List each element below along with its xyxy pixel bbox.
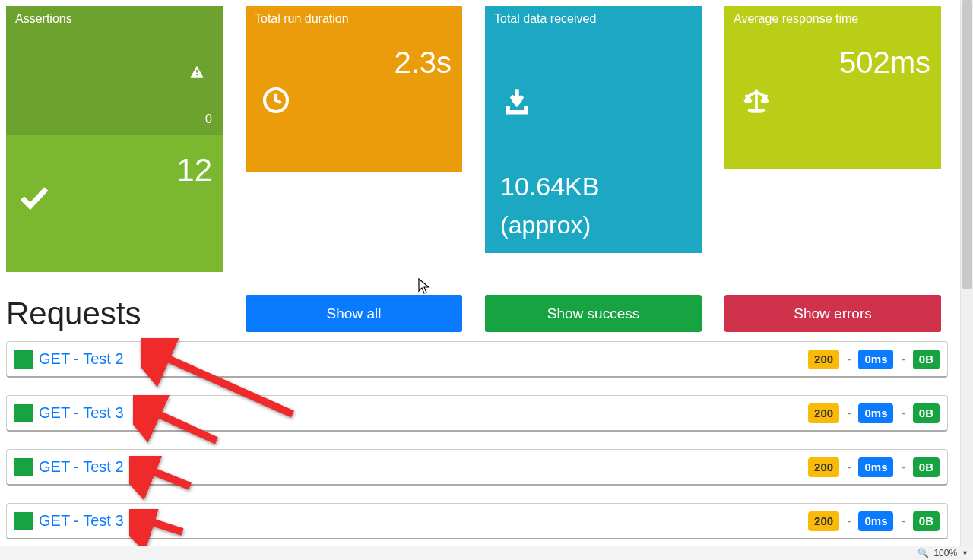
card-duration-value: 2.3s (246, 40, 462, 84)
download-icon (500, 85, 534, 119)
badge-separator: - (901, 514, 905, 528)
status-badge: 200 (808, 350, 839, 369)
time-badge: 0ms (858, 511, 893, 531)
card-data-value: 10.64KB (500, 172, 599, 201)
status-bar: 🔍 100% ▼ (0, 546, 973, 560)
request-name-link[interactable]: GET - Test 3 (39, 512, 124, 530)
badge-separator: - (901, 460, 905, 474)
status-badge: 200 (808, 457, 839, 477)
status-badge: 200 (808, 403, 839, 423)
zoom-icon: 🔍 (918, 548, 929, 558)
card-data-approx: (approx) (500, 211, 591, 239)
request-badges: 200-0ms-0B (808, 350, 940, 369)
card-avg-value: 502ms (724, 40, 941, 84)
zoom-dropdown-caret-icon[interactable]: ▼ (962, 549, 968, 557)
show-all-button[interactable]: Show all (246, 295, 462, 332)
status-square-icon (14, 350, 33, 369)
status-square-icon (14, 458, 33, 476)
badge-separator: - (847, 353, 851, 366)
request-row[interactable]: GET - Test 3200-0ms-0B (6, 395, 948, 432)
time-badge: 0ms (858, 350, 893, 369)
card-avg: Average response time 502ms (724, 6, 941, 169)
request-row[interactable]: GET - Test 2200-0ms-0B (6, 341, 948, 378)
requests-list: GET - Test 2200-0ms-0BGET - Test 3200-0m… (6, 341, 948, 539)
size-badge: 0B (913, 403, 940, 423)
card-avg-title: Average response time (724, 6, 941, 26)
card-assertions: Assertions 0 12 (6, 6, 223, 272)
request-badges: 200-0ms-0B (808, 403, 940, 423)
show-success-button[interactable]: Show success (485, 295, 702, 332)
status-badge: 200 (808, 511, 839, 531)
svg-rect-3 (524, 106, 528, 112)
checkmark-icon (18, 181, 50, 213)
size-badge: 0B (913, 511, 940, 531)
card-data-title: Total data received (485, 6, 702, 26)
request-name-link[interactable]: GET - Test 3 (39, 404, 124, 422)
svg-rect-4 (751, 110, 762, 113)
badge-separator: - (847, 514, 851, 528)
request-row[interactable]: GET - Test 3200-0ms-0B (6, 503, 948, 539)
warning-icon (189, 65, 205, 80)
svg-rect-2 (506, 106, 510, 112)
balance-scale-icon (740, 85, 773, 119)
badge-separator: - (847, 407, 851, 420)
vertical-scrollbar[interactable] (960, 0, 973, 546)
time-badge: 0ms (858, 403, 893, 423)
assertions-warn-count: 0 (205, 112, 212, 126)
scrollbar-thumb[interactable] (962, 0, 972, 289)
card-data: Total data received 10.64KB (approx) (485, 6, 702, 253)
requests-heading: Requests (6, 296, 223, 332)
card-duration-title: Total run duration (246, 6, 462, 26)
clock-icon (261, 85, 291, 115)
request-row[interactable]: GET - Test 2200-0ms-0B (6, 449, 948, 486)
request-name-link[interactable]: GET - Test 2 (39, 458, 124, 476)
badge-separator: - (901, 407, 905, 420)
status-square-icon (14, 512, 33, 530)
request-badges: 200-0ms-0B (808, 511, 940, 531)
assertions-pass-count: 12 (176, 152, 212, 188)
request-name-link[interactable]: GET - Test 2 (39, 350, 124, 368)
size-badge: 0B (913, 457, 940, 477)
status-square-icon (14, 404, 33, 422)
show-errors-button[interactable]: Show errors (724, 295, 941, 332)
time-badge: 0ms (858, 457, 893, 477)
card-duration: Total run duration 2.3s (246, 6, 462, 172)
request-badges: 200-0ms-0B (808, 457, 940, 477)
badge-separator: - (847, 460, 851, 474)
size-badge: 0B (913, 350, 940, 369)
badge-separator: - (901, 353, 905, 366)
zoom-level: 100% (933, 548, 957, 558)
card-assertions-title: Assertions (6, 6, 223, 26)
